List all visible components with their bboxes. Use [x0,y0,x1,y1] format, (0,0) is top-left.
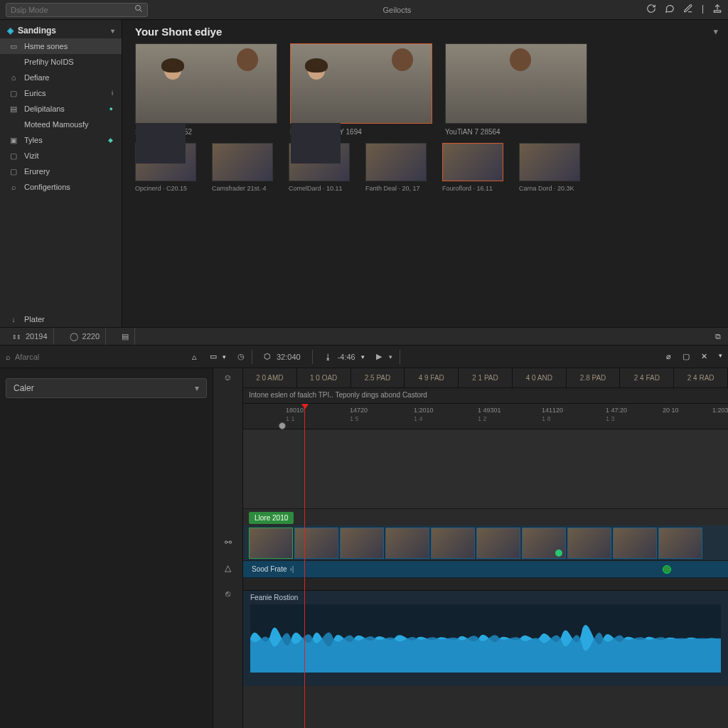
alert-icon[interactable]: △ [225,563,231,573]
mini-clip[interactable]: Camsfrader 21st.·4 [212,143,273,192]
video-clip[interactable] [431,528,475,559]
tab[interactable]: 4 0 AND [513,368,567,387]
chevron-down-icon[interactable]: ▾ [195,383,199,393]
mode-search-box[interactable] [6,3,148,17]
play-icon[interactable]: ▶ [376,352,382,361]
marker-icon [555,550,562,557]
collapse-icon[interactable]: ▾ [714,27,718,36]
sidebar-header[interactable]: ◈ Sandings ▾ [0,20,122,38]
clip-tag[interactable]: Llore 2010 [249,512,294,524]
tab[interactable]: 4 9 FAD [405,368,459,387]
video-clip[interactable] [522,528,566,559]
large-clip[interactable]: RUIOS SMNOLY 1694 [290,43,432,136]
svg-line-1 [140,10,142,12]
marker-icon[interactable] [663,565,671,574]
tab[interactable]: 2.8 PAD [567,368,621,387]
video-clip[interactable] [249,528,293,559]
tab[interactable]: 2 1 PAD [459,368,513,387]
monitor-icon[interactable]: ▢ [682,352,690,361]
clip-thumb[interactable] [445,43,587,124]
download-group[interactable]: ⭳ -4:46 ▾ [320,353,369,361]
mini-clips-row: Opcinerd · C20.15 Camsfrader 21st.·4 Com… [135,143,718,192]
tab[interactable]: 2 4 RAD [674,368,728,387]
video-clip[interactable] [658,528,702,559]
sidebar-item-delip[interactable]: ▤ Delipitalans ● [0,101,122,117]
sidebar-item-config[interactable]: ⌕ Configertions [0,179,122,195]
mini-clip[interactable]: Fouroflord · 16.11 [442,143,503,192]
tab[interactable]: 2 0 AMD [243,368,297,387]
clip-thumb[interactable] [442,143,503,181]
clip-thumb[interactable] [519,143,580,181]
clip-thumb[interactable] [212,143,273,181]
chevron-down-icon[interactable]: ▾ [719,352,722,361]
bell-icon[interactable]: 🜂 [191,353,198,361]
status-layout[interactable]: ▤ [116,328,135,345]
sidebar-item-plater[interactable]: ↓ Plater [0,311,122,327]
close-icon[interactable]: ✕ [701,352,707,361]
timeline-search[interactable]: ⌕ [6,353,169,361]
video-clip[interactable] [476,528,520,559]
camera-icon[interactable]: ⌀ [666,352,671,361]
record-group[interactable]: ⬡ 32:040 [259,352,305,361]
sidebar-item-tyles[interactable]: ▣ Tyles ◆ [0,132,122,148]
main-browser: Your Shont ediye ▾ Sout FMIY2s1652 RUIOS… [122,20,728,327]
video-clip[interactable] [294,528,338,559]
video-clip[interactable] [613,528,657,559]
caler-dropdown[interactable]: Caler ▾ [6,378,207,398]
clip-label: Fouroflord · 16.11 [442,185,503,192]
time-ruler[interactable]: 18010:1 1 147201 5 1:20101 4 1 493011 2 … [243,404,728,429]
empty-video-track[interactable] [243,429,728,509]
comment-icon[interactable] [665,4,675,16]
tab[interactable]: 1 0 OAD [297,368,351,387]
playhead[interactable] [304,404,305,728]
lock-icon[interactable]: ⎋ [225,589,230,599]
mini-clip[interactable]: Carna Dord · 20.3K [519,143,580,192]
timeline-search-input[interactable] [15,353,169,361]
export-icon[interactable] [712,4,722,16]
chevron-down-icon[interactable]: ▾ [223,353,226,360]
status-counter-a[interactable]: ⫾⫾ 20194 [7,328,54,345]
track-gap [243,578,728,591]
sidebar-item-label: Defiare [24,73,49,82]
video-clip[interactable] [340,528,384,559]
search-icon: ⌕ [9,183,18,191]
chevron-down-icon[interactable]: ▾ [389,353,392,360]
chevron-down-icon[interactable]: ▾ [361,353,365,360]
video-track[interactable] [243,525,728,561]
sidebar-item-label: Vizit [24,151,39,160]
audio-track[interactable]: Feanie Rostion [243,591,728,686]
download-icon: ⭳ [324,353,332,361]
sidebar-item-home-sones[interactable]: ▭ Hsme sones [0,38,122,54]
sidebar-item-prefiny[interactable]: Prefihy NoIDS [0,54,122,70]
tab[interactable]: 2 4 FAD [620,368,674,387]
bin-icon[interactable]: ▭ [210,352,217,361]
search-icon[interactable] [134,4,143,15]
title-track[interactable]: Sood Frate ›| [243,561,728,578]
clip-thumb[interactable] [365,143,427,181]
video-clip[interactable] [385,528,429,559]
large-clip[interactable]: Sout FMIY2s1652 [135,43,277,136]
link-icon[interactable]: ⚯ [225,537,232,547]
sidebar-item-moteed[interactable]: Moteed Mamousfy [0,117,122,132]
clip-thumb[interactable] [135,43,277,124]
user-icon[interactable]: ☺ [223,373,232,382]
history-icon[interactable]: ◷ [237,352,245,361]
waveform[interactable] [250,604,721,673]
mode-search-input[interactable] [11,6,134,14]
clip-thumb[interactable] [290,43,432,124]
in-marker[interactable] [279,422,286,429]
edit-icon[interactable] [683,4,693,16]
large-clip[interactable]: YouTiAN 7 28564 [445,43,587,136]
sidebar-item-erurery[interactable]: ▢ Erurery [0,164,122,179]
tab[interactable]: 2.5 PAD [351,368,405,387]
status-counter-b[interactable]: ◯ 2220 [64,328,106,345]
panel-toggle-icon[interactable]: ⧉ [715,332,721,341]
sidebar-item-defiare[interactable]: ⌂ Defiare [0,70,122,85]
chevron-down-icon[interactable]: ▾ [111,27,114,35]
refresh-icon[interactable] [646,4,656,16]
mini-clip[interactable]: Fanth Deal · 20, 17 [365,143,427,192]
sidebar-item-eurics[interactable]: ▢ Eurics i [0,85,122,101]
page-title-row: Your Shont ediye ▾ [135,26,718,38]
video-clip[interactable] [567,528,611,559]
sidebar-item-vizit[interactable]: ▢ Vizit [0,148,122,164]
